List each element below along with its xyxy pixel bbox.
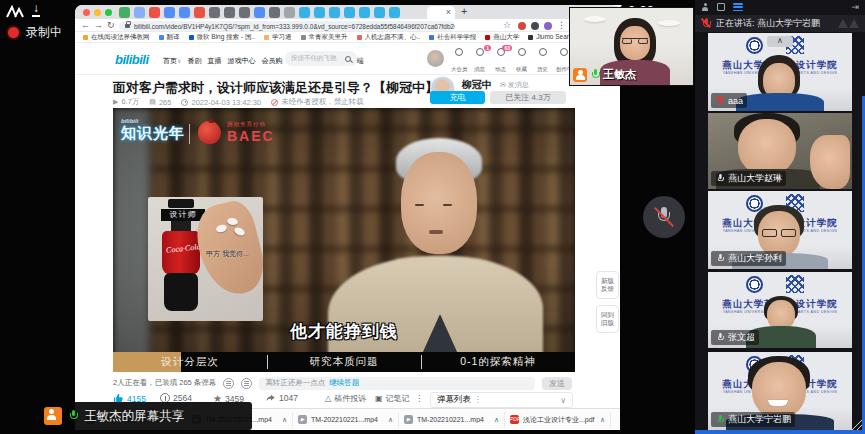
collapse-panel-icon[interactable]: ⇥ xyxy=(851,2,859,12)
browser-tab-favicon[interactable] xyxy=(344,7,355,18)
participant-tile-active-speaker[interactable]: 燕山大学艺术与设计学院 YANSHAN UNIVERSITY SCHOOL OF… xyxy=(708,352,852,430)
send-danmaku-button[interactable]: 发送 xyxy=(542,377,572,390)
window-zoom-button[interactable] xyxy=(105,9,112,16)
layout-icon[interactable] xyxy=(717,3,725,11)
menu-icon[interactable] xyxy=(733,3,743,11)
download-item[interactable]: PDF浅论工业设计专业...pdf∧ xyxy=(505,412,611,428)
bookmark-item[interactable]: 学习通 xyxy=(264,33,292,42)
bookmark-item[interactable]: 社会科学学报 xyxy=(429,33,476,42)
participant-tile[interactable]: 燕山大学艺术与设计学院 YANSHAN UNIVERSITY SCHOOL OF… xyxy=(708,272,852,348)
download-item[interactable]: ▶TM-202210221...mp4∧ xyxy=(293,412,399,428)
mic-muted-icon xyxy=(716,95,724,105)
back-button[interactable]: ← xyxy=(81,20,90,30)
browser-tab-favicon[interactable] xyxy=(119,7,130,18)
followed-button[interactable]: 已关注 4.3万 xyxy=(490,91,566,104)
screen-share-banner[interactable]: 王敏杰的屏幕共享 xyxy=(36,402,252,430)
menu-history[interactable]: 历史 xyxy=(535,48,550,75)
download-icon[interactable]: ↓ xyxy=(32,2,40,17)
browser-tab-favicon[interactable] xyxy=(389,7,400,18)
bookmark-item[interactable]: 在线阅读法界佛教网 xyxy=(83,33,150,42)
charge-button[interactable]: 充电 xyxy=(430,91,485,104)
extension-icon[interactable] xyxy=(518,22,526,30)
browser-tab-favicon[interactable] xyxy=(299,7,310,18)
muted-mic-indicator[interactable] xyxy=(643,196,685,238)
share-button[interactable]: 1047 xyxy=(265,393,298,403)
reload-button[interactable]: ↻ xyxy=(107,20,115,30)
menu-feed[interactable]: 动态63 xyxy=(493,48,508,75)
search-icon[interactable] xyxy=(345,56,351,62)
bookmark-favicon xyxy=(189,35,194,40)
collapse-tiles-button[interactable]: ∧ xyxy=(767,36,793,47)
browser-tab-favicon[interactable] xyxy=(329,7,340,18)
bookmark-item[interactable]: 人机志愿不满、心.. xyxy=(357,33,421,42)
browser-menu-icon[interactable]: ⋮ xyxy=(557,20,566,30)
menu-messages[interactable]: 消息1 xyxy=(472,48,487,75)
browser-tab-favicon[interactable] xyxy=(134,7,145,18)
menu-vip[interactable]: 大会员 xyxy=(451,48,466,75)
bookmark-item[interactable]: 翻译 xyxy=(159,33,180,42)
report-button[interactable]: △稿件投诉 xyxy=(325,393,366,404)
browser-tab-favicon[interactable] xyxy=(359,7,370,18)
participant-tile[interactable]: 燕山大学艺术与设计学院 YANSHAN UNIVERSITY SCHOOL OF… xyxy=(708,33,852,111)
close-tab-icon[interactable]: × xyxy=(446,7,451,17)
browser-tab-favicon[interactable] xyxy=(314,7,325,18)
presenter-camera[interactable]: 王敏杰 xyxy=(570,8,693,85)
browser-tab-favicon[interactable] xyxy=(164,7,175,18)
note-button[interactable]: ▣记笔记 xyxy=(375,393,410,404)
browser-tab-favicon[interactable] xyxy=(179,7,190,18)
participants-icon[interactable] xyxy=(701,3,709,11)
browser-tab-favicon[interactable] xyxy=(284,7,295,18)
browser-tab-favicon[interactable] xyxy=(209,7,220,18)
browser-tab-favicon[interactable] xyxy=(239,7,250,18)
menu-creator-center[interactable]: 创作中心 xyxy=(556,48,571,75)
participant-tile[interactable]: 燕山大学艺术与设计学院 YANSHAN UNIVERSITY SCHOOL OF… xyxy=(708,191,852,269)
bookmark-favicon xyxy=(83,35,88,40)
bookmark-star-icon[interactable]: ☆ xyxy=(503,20,511,30)
new-version-feedback-button[interactable]: 新版反馈 xyxy=(596,271,619,299)
search-input[interactable]: 按捺不住的飞驰 xyxy=(285,51,357,66)
browser-tab-strip[interactable]: × + ⌄ xyxy=(75,5,620,19)
browser-tab-favicon[interactable] xyxy=(374,7,385,18)
continue-quiz-link[interactable]: 继续答题 xyxy=(329,378,359,388)
bookmark-item[interactable]: 燕山大学 xyxy=(485,33,519,42)
back-to-old-version-button[interactable]: 回到旧版 xyxy=(596,305,619,333)
danmaku-list-panel[interactable]: 弹幕列表 ⋮ ∨ xyxy=(430,392,573,408)
extension-icon[interactable] xyxy=(531,22,539,30)
nav-item[interactable]: 会员购 xyxy=(261,56,282,66)
user-avatar[interactable] xyxy=(427,50,444,67)
nav-item[interactable]: 游戏中心 xyxy=(227,56,255,66)
send-message-link[interactable]: ✉ 发消息 xyxy=(500,80,529,90)
participants-sidebar: ⇥ 正在讲话: 燕山大学宁岩鹏 燕山大学艺术与设计学院 YANSHAN UNIV… xyxy=(695,0,865,434)
download-item[interactable]: ▶TM-202210221...mp4∧ xyxy=(399,412,505,428)
active-tab[interactable]: × xyxy=(427,6,455,19)
danmaku-display-icon[interactable] xyxy=(223,378,234,389)
window-minimize-button[interactable] xyxy=(94,9,101,16)
bookmark-item[interactable]: 常青家美里升 xyxy=(301,33,348,42)
browser-tab-favicon[interactable] xyxy=(224,7,235,18)
bilibili-logo[interactable]: bilibili xyxy=(115,52,149,67)
nav-item-home[interactable]: 首页∨ xyxy=(163,56,181,66)
bookmark-item[interactable]: 微软 Bing 搜索 - 国.. xyxy=(189,33,256,42)
browser-tab-favicon[interactable] xyxy=(269,7,280,18)
menu-favorites[interactable]: 收藏 xyxy=(514,48,529,75)
uploader-name[interactable]: 柳冠中 xyxy=(462,78,492,92)
video-player[interactable]: bilibili 知识光年 拥抱美育行动 BAEC 设计师 Coca·Cola xyxy=(113,108,575,372)
nav-item[interactable]: 番剧 xyxy=(187,56,201,66)
browser-tab-favicon[interactable] xyxy=(194,7,205,18)
nav-item[interactable]: 直播 xyxy=(207,56,221,66)
browser-tab-favicon[interactable] xyxy=(149,7,160,18)
address-bar[interactable]: bilibili.com/video/BV1HP4y1K7QS/?spm_id_… xyxy=(119,21,455,31)
url-text[interactable]: bilibili.com/video/BV1HP4y1K7QS/?spm_id_… xyxy=(134,23,455,30)
danmaku-input[interactable]: 离转正还差一点点 继续答题 xyxy=(259,377,535,390)
danmaku-settings-icon[interactable] xyxy=(241,378,252,389)
more-actions-button[interactable]: ⋮ xyxy=(415,393,424,403)
participant-tile[interactable]: 燕山大学赵琳 xyxy=(708,113,852,189)
browser-tab-favicons[interactable] xyxy=(119,7,400,18)
forward-button[interactable]: → xyxy=(94,20,103,30)
participant-name-label: 燕山大学宁岩鹏 xyxy=(711,412,795,427)
expand-panel-icon[interactable]: ∨ xyxy=(560,396,566,405)
browser-tab-favicon[interactable] xyxy=(254,7,265,18)
new-tab-button[interactable]: + xyxy=(461,5,467,17)
extension-icon[interactable] xyxy=(544,22,552,30)
window-close-button[interactable] xyxy=(83,9,90,16)
